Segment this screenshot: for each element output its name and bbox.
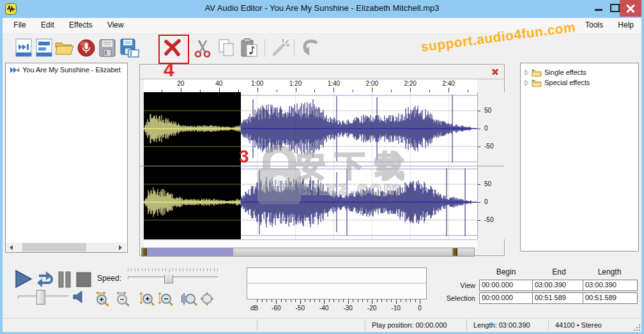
col-header-end: End bbox=[532, 267, 586, 276]
site-watermark-subtext: anxz.com bbox=[300, 177, 402, 199]
col-header-length: Length bbox=[583, 267, 636, 276]
view-begin-field[interactable]: 00:00.000 bbox=[479, 280, 534, 291]
expander-icon[interactable] bbox=[525, 80, 529, 86]
overview-scrollbar[interactable] bbox=[141, 248, 475, 257]
annotation-step-4: 4 bbox=[164, 59, 174, 81]
record-button[interactable] bbox=[75, 37, 97, 59]
meter-tick-label: -50 bbox=[291, 305, 310, 312]
speed-label: Speed: bbox=[97, 274, 121, 283]
scrollbar-thumb[interactable] bbox=[22, 243, 86, 251]
speed-slider-ticks bbox=[128, 268, 217, 272]
waveform-close-icon[interactable] bbox=[491, 67, 500, 76]
status-length: Length: 03:00.390 bbox=[473, 321, 530, 329]
paste-button[interactable] bbox=[238, 37, 260, 59]
meter-bar-left bbox=[247, 268, 426, 283]
overview-selection[interactable] bbox=[142, 248, 233, 256]
audio-file-icon bbox=[10, 66, 20, 74]
toolbar-separator bbox=[264, 39, 265, 57]
menu-view[interactable]: View bbox=[101, 18, 130, 33]
tree-item-label: Special effects bbox=[544, 79, 590, 86]
tree-item-special-effects[interactable]: Special effects bbox=[525, 77, 590, 88]
meter-tick-label: -20 bbox=[362, 305, 381, 312]
close-button[interactable] bbox=[620, 0, 641, 17]
folder-icon bbox=[532, 79, 542, 87]
scroll-left-icon[interactable] bbox=[10, 245, 13, 250]
menu-file[interactable]: File bbox=[7, 18, 32, 33]
col-header-begin: Begin bbox=[479, 267, 533, 276]
axis-label: 50 bbox=[484, 180, 491, 187]
overview-left-handle[interactable] bbox=[142, 248, 147, 256]
meter-tick-label: -10 bbox=[387, 305, 406, 312]
zoom-out-vertical-button[interactable] bbox=[157, 291, 174, 309]
pause-button[interactable] bbox=[57, 271, 72, 291]
zoom-out-horizontal-button[interactable] bbox=[115, 291, 132, 309]
window-title: AV Audio Editor - You Are My Sunshine - … bbox=[0, 3, 644, 13]
zoom-all-button[interactable] bbox=[199, 291, 215, 309]
menu-edit[interactable]: Edit bbox=[34, 18, 61, 33]
waveform-panel: 20401:001:201:402:002:202:40 500-50500-5… bbox=[139, 64, 505, 256]
ruler-label: 20 bbox=[168, 80, 194, 87]
cut-button[interactable] bbox=[192, 37, 213, 59]
copy-button[interactable] bbox=[215, 37, 237, 59]
zoom-in-horizontal-button[interactable] bbox=[95, 291, 111, 309]
speed-slider-track[interactable] bbox=[128, 276, 218, 280]
view-end-field[interactable]: 03:00.390 bbox=[532, 280, 583, 291]
position-panel: Begin End Length View 00:00.000 03:00.39… bbox=[424, 267, 641, 308]
window-content: File Edit Effects View Tools Help bbox=[3, 18, 641, 331]
resize-grip[interactable] bbox=[634, 324, 640, 331]
speed-slider-thumb[interactable] bbox=[164, 271, 173, 283]
meter-tick-label: -30 bbox=[339, 305, 358, 312]
zoom-selection-button[interactable] bbox=[181, 291, 197, 309]
row-label-view: View bbox=[424, 280, 475, 289]
file-list-panel: You Are My Sunshine - Elizabet bbox=[5, 63, 128, 253]
save-button[interactable] bbox=[96, 37, 118, 59]
ruler-label: 1:40 bbox=[321, 80, 346, 87]
menu-effects[interactable]: Effects bbox=[63, 18, 98, 33]
meter-tick-label: -40 bbox=[314, 305, 334, 312]
tree-item-single-effects[interactable]: Single effects bbox=[525, 67, 586, 77]
stop-button[interactable] bbox=[75, 271, 92, 290]
overview-right-handle[interactable] bbox=[452, 248, 457, 256]
axis-label: 0 bbox=[484, 198, 488, 205]
selection-end-field[interactable]: 00:51.589 bbox=[532, 292, 583, 304]
tree-item-label: Single effects bbox=[544, 68, 586, 76]
scroll-right-icon[interactable] bbox=[119, 245, 122, 250]
selection-length-field[interactable]: 00:51.589 bbox=[583, 292, 638, 304]
meter-box bbox=[247, 267, 427, 299]
meter-bar-right bbox=[247, 283, 426, 299]
open-button[interactable] bbox=[54, 37, 75, 59]
axis-label: 50 bbox=[484, 107, 491, 114]
view-length-field[interactable]: 03:00.390 bbox=[583, 280, 638, 291]
ruler-label: 1:20 bbox=[283, 80, 309, 87]
loop-button[interactable] bbox=[34, 269, 55, 291]
selection-marker-strip-bottom[interactable] bbox=[144, 239, 477, 248]
ruler-label: 2:00 bbox=[359, 80, 385, 87]
selection-marker-strip-top[interactable] bbox=[140, 65, 504, 79]
time-ruler[interactable]: 20401:001:201:402:002:202:40 bbox=[144, 79, 477, 93]
speaker-icon[interactable] bbox=[72, 290, 86, 306]
file-list-hscrollbar[interactable] bbox=[6, 243, 126, 252]
axis-label: -50 bbox=[484, 143, 493, 150]
file-properties-button[interactable] bbox=[33, 37, 55, 59]
play-button[interactable] bbox=[14, 269, 33, 291]
toolbar-separator bbox=[294, 39, 295, 57]
title-bar: AV Audio Editor - You Are My Sunshine - … bbox=[0, 0, 644, 18]
delete-button[interactable] bbox=[162, 36, 183, 58]
status-format: 44100 • Stereo bbox=[555, 321, 602, 329]
file-list-item[interactable]: You Are My Sunshine - Elizabet bbox=[7, 66, 125, 77]
save-as-button[interactable] bbox=[119, 37, 141, 59]
selection-begin-field[interactable]: 00:00.000 bbox=[479, 292, 534, 304]
meter-tick-label: -60 bbox=[266, 305, 286, 312]
effect-wand-button[interactable] bbox=[270, 37, 291, 59]
ruler-label: 40 bbox=[206, 80, 232, 87]
zoom-in-vertical-button[interactable] bbox=[139, 291, 155, 309]
ruler-label: 2:20 bbox=[397, 80, 423, 87]
menu-help[interactable]: Help bbox=[611, 18, 640, 33]
expander-icon[interactable] bbox=[525, 70, 529, 76]
app-window: AV Audio Editor - You Are My Sunshine - … bbox=[0, 0, 644, 334]
new-audio-button[interactable] bbox=[13, 37, 34, 59]
undo-button[interactable] bbox=[299, 37, 321, 59]
volume-slider-thumb[interactable] bbox=[36, 290, 45, 305]
minimize-button[interactable] bbox=[592, 0, 607, 15]
row-label-selection: Selection bbox=[424, 293, 475, 302]
